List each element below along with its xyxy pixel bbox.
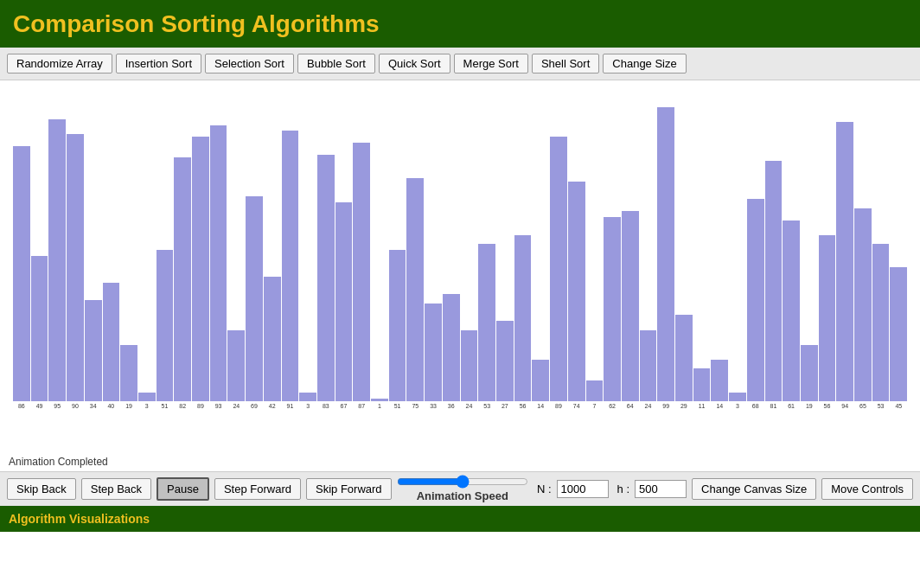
bar [85,300,102,401]
header: Comparison Sorting Algorithms [0,0,920,48]
bar [586,380,604,401]
bar-label: 56 [520,403,527,409]
bar [461,330,478,401]
bar-label: 61 [788,403,795,409]
bar-column: 91 [282,131,299,409]
merge-sort-button[interactable]: Merge Sort [454,54,528,74]
bar-column: 51 [157,250,174,409]
bar [550,137,567,401]
bar-label: 95 [54,403,61,409]
bar [854,208,872,401]
bar-column: 14 [711,360,728,409]
bar [103,283,120,401]
bar-column: 40 [103,283,120,409]
bar [801,345,818,401]
bar-label: 90 [72,403,79,409]
bar [157,250,174,401]
move-controls-button[interactable]: Move Controls [821,478,913,500]
change-size-button[interactable]: Change Size [603,54,686,74]
bar [317,155,335,401]
footer-controls: Skip Back Step Back Pause Step Forward S… [0,471,920,506]
pause-button[interactable]: Pause [157,477,209,501]
toolbar: Randomize Array Insertion Sort Selection… [0,48,920,80]
bar-label: 24 [233,403,240,409]
bar-column: 42 [264,277,281,409]
bar [747,199,764,401]
bar-label: 24 [645,403,652,409]
bar-label: 53 [878,403,885,409]
bar [31,256,48,401]
bar-label: 64 [627,403,634,409]
bar-label: 81 [770,403,776,409]
bar-column: 81 [765,161,783,409]
bar-label: 51 [162,403,169,409]
bar-label: 29 [680,403,687,409]
skip-forward-button[interactable]: Skip Forward [306,478,392,500]
bar-label: 69 [251,403,258,409]
bar [48,119,66,401]
bubble-sort-button[interactable]: Bubble Sort [297,54,375,74]
canvas-area: 8649959034401935182899324694291383678715… [0,80,920,452]
skip-back-button[interactable]: Skip Back [7,478,76,500]
step-forward-button[interactable]: Step Forward [214,478,301,500]
bar-label: 14 [716,403,723,409]
bar-label: 3 [145,403,149,409]
bar [335,202,353,401]
bar-column: 64 [622,211,639,409]
bar-column: 56 [514,235,532,409]
animation-speed-section: Animation Speed [397,476,528,502]
bar [192,137,209,401]
bar [711,360,728,401]
bar [227,330,245,401]
bar-column: 19 [120,345,137,409]
bar-column: 65 [854,208,872,409]
bar-chart: 8649959034401935182899324694291383678715… [0,80,920,409]
n-input[interactable] [557,480,609,498]
bar-column: 89 [550,137,567,409]
speed-slider[interactable] [397,476,528,488]
bar-column: 75 [406,178,424,409]
bar-label: 11 [699,403,706,409]
randomize-button[interactable]: Randomize Array [7,54,112,74]
bar-column: 74 [568,182,585,409]
change-canvas-button[interactable]: Change Canvas Size [692,478,816,500]
bar-label: 91 [287,403,294,409]
bar-column: 1 [371,399,388,409]
bar-label: 86 [18,403,25,409]
bar-label: 49 [36,403,43,409]
bar-column: 27 [496,321,514,409]
bar [299,393,316,401]
bar-column: 68 [747,199,764,409]
bar [765,161,783,401]
bar-label: 36 [448,403,455,409]
bar-column: 19 [801,345,818,409]
bar [246,196,263,401]
bar [425,304,442,401]
h-label: h : [617,483,629,495]
shell-sort-button[interactable]: Shell Sort [532,54,599,74]
insertion-sort-button[interactable]: Insertion Sort [116,54,201,74]
bar-column: 95 [48,119,66,409]
bar-label: 82 [179,403,186,409]
bar-column: 99 [657,107,674,409]
bar-column: 94 [836,122,853,409]
bar [406,178,424,401]
step-back-button[interactable]: Step Back [81,478,151,500]
bar [443,294,460,401]
h-input[interactable] [635,480,687,498]
bar [353,143,370,401]
selection-sort-button[interactable]: Selection Sort [205,54,294,74]
bar-column: 53 [872,244,890,409]
bar-label: 45 [895,403,902,409]
bar [371,399,388,401]
bar-column: 86 [13,146,30,409]
quick-sort-button[interactable]: Quick Sort [379,54,450,74]
bar-label: 89 [555,403,562,409]
bar-column: 34 [85,300,102,409]
bar-column: 53 [478,244,495,409]
bar [532,360,549,401]
bar [138,393,156,401]
bar-column: 11 [693,368,711,409]
bar-label: 65 [859,403,866,409]
bar-column: 93 [210,125,227,409]
